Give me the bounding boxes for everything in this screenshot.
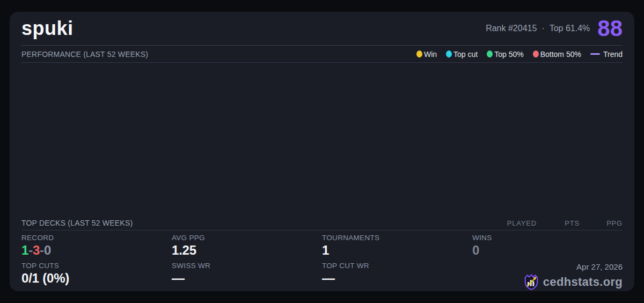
legend-item-trend: Trend [590, 50, 623, 59]
player-stats-card: spuki Rank #20415 · Top 61.4% 88 PERFORM… [10, 12, 634, 291]
legend-label: Trend [603, 50, 623, 59]
percentile-text: Top 61.4% [550, 24, 590, 33]
column-header-played: PLAYED [502, 219, 537, 227]
top-decks-column-headers: PLAYED PTS PPG [502, 219, 623, 227]
rank-score-group: Rank #20415 · Top 61.4% 88 [486, 17, 623, 40]
date-text: Apr 27, 2026 [576, 262, 623, 271]
stat-swiss-wr: SWISS WR — [172, 261, 322, 291]
column-header-ppg: PPG [588, 219, 623, 227]
column-header-pts: PTS [545, 219, 580, 227]
performance-section-title: PERFORMANCE (LAST 52 WEEKS) [21, 50, 148, 59]
legend-label: Top cut [453, 50, 478, 59]
stat-tournaments: TOURNAMENTS 1 [322, 233, 472, 261]
top50-dot-icon [487, 50, 493, 57]
top-cut-dot-icon [446, 50, 452, 57]
rank-text: Rank #20415 [486, 24, 537, 33]
top-decks-header-row: TOP DECKS (LAST 52 WEEKS) PLAYED PTS PPG [21, 216, 623, 230]
top-decks-section-title: TOP DECKS (LAST 52 WEEKS) [21, 219, 133, 227]
record-value: 1-3-0 [21, 243, 172, 258]
card-header: spuki Rank #20415 · Top 61.4% 88 [21, 12, 623, 46]
stats-grid: RECORD 1-3-0 AVG PPG 1.25 TOURNAMENTS 1 … [21, 230, 623, 291]
stat-top-cuts: TOP CUTS 0/1 (0%) [21, 261, 172, 291]
footer-cell: Apr 27, 2026 cedhstats.org [472, 261, 623, 291]
stat-value: 1 [322, 243, 472, 258]
stat-label: SWISS WR [172, 261, 322, 271]
brand-text: cedhstats.org [543, 275, 623, 289]
stat-value: 0 [472, 243, 623, 258]
trend-line-icon [590, 53, 600, 55]
legend-item-top-cut: Top cut [446, 50, 478, 59]
stat-record: RECORD 1-3-0 [21, 233, 172, 261]
record-wins: 1 [21, 243, 28, 257]
record-separator: - [28, 243, 33, 257]
stat-avg-ppg: AVG PPG 1.25 [172, 233, 322, 261]
brand: cedhstats.org [523, 273, 623, 291]
player-score: 88 [597, 17, 623, 40]
legend-item-top50: Top 50% [487, 50, 523, 59]
stat-label: WINS [472, 233, 623, 243]
player-name: spuki [21, 17, 74, 40]
stat-label: AVG PPG [172, 233, 322, 243]
record-separator: - [40, 243, 44, 257]
stat-value: — [322, 271, 472, 286]
legend-label: Top 50% [494, 50, 523, 59]
stat-wins: WINS 0 [472, 233, 623, 261]
legend-item-bottom50: Bottom 50% [533, 50, 581, 59]
record-draws: 0 [44, 243, 51, 257]
cedhstats-logo-icon [523, 273, 539, 291]
record-losses: 3 [33, 243, 40, 257]
stat-label: TOURNAMENTS [322, 233, 472, 243]
stat-value: — [172, 271, 322, 286]
legend-label: Win [424, 50, 437, 59]
legend-label: Bottom 50% [540, 50, 581, 59]
stat-label: RECORD [21, 233, 172, 243]
stat-top-cut-wr: TOP CUT WR — [322, 261, 472, 291]
stat-label: TOP CUTS [21, 261, 172, 271]
stat-value: 0/1 (0%) [21, 271, 172, 286]
legend-item-win: Win [416, 50, 437, 59]
rank-separator: · [541, 24, 544, 33]
stat-label: TOP CUT WR [322, 261, 472, 271]
chart-legend: Win Top cut Top 50% Bottom 50% Trend [416, 50, 623, 59]
stat-value: 1.25 [172, 243, 322, 258]
performance-chart [21, 63, 623, 216]
performance-header-row: PERFORMANCE (LAST 52 WEEKS) Win Top cut … [21, 46, 623, 63]
bottom50-dot-icon [533, 50, 539, 57]
win-dot-icon [416, 50, 422, 57]
rank-line: Rank #20415 · Top 61.4% [486, 24, 590, 33]
